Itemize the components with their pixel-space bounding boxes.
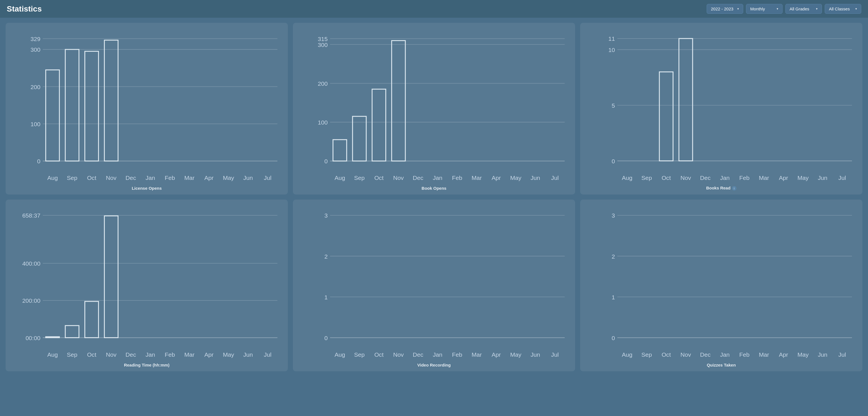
svg-text:Sep: Sep (354, 351, 365, 358)
svg-text:Sep: Sep (67, 351, 78, 358)
svg-text:10: 10 (608, 47, 615, 53)
svg-text:Mar: Mar (759, 351, 769, 358)
svg-text:May: May (510, 351, 521, 358)
bar-rect (392, 40, 405, 161)
svg-text:200:00: 200:00 (22, 298, 40, 304)
svg-text:May: May (798, 174, 809, 181)
bar-rect (65, 50, 79, 161)
svg-text:400:00: 400:00 (22, 261, 40, 267)
svg-text:Oct: Oct (87, 351, 96, 358)
svg-text:Dec: Dec (413, 351, 423, 358)
svg-text:May: May (223, 351, 234, 358)
chart-card-quizzes-taken: 0123AugSepOctNovDecJanFebMarAprMayJunJul… (580, 199, 862, 371)
svg-text:Oct: Oct (87, 174, 96, 181)
bar-rect (104, 216, 118, 338)
svg-text:3: 3 (612, 213, 615, 219)
svg-text:Sep: Sep (642, 174, 652, 181)
period-dropdown[interactable]: Monthly ▾ (746, 4, 782, 14)
svg-text:1: 1 (612, 294, 615, 300)
svg-text:329: 329 (31, 36, 40, 42)
chart-card-reading-time: 00:00200:00400:00658:37AugSepOctNovDecJa… (6, 199, 288, 371)
chart-label-quizzes-taken: Quizzes Taken (585, 362, 858, 369)
svg-text:Feb: Feb (165, 174, 175, 181)
bar-chart-reading-time: 00:00200:00400:00658:37AugSepOctNovDecJa… (10, 204, 283, 359)
svg-text:315: 315 (318, 36, 328, 42)
chart-area-reading-time: 00:00200:00400:00658:37AugSepOctNovDecJa… (10, 204, 283, 359)
bar-rect (85, 52, 99, 161)
svg-text:5: 5 (612, 102, 615, 109)
chart-area-quizzes-taken: 0123AugSepOctNovDecJanFebMarAprMayJunJul (585, 204, 858, 359)
bar-chart-books-read: 051011AugSepOctNovDecJanFebMarAprMayJunJ… (585, 27, 858, 183)
bar-rect (85, 301, 99, 338)
svg-text:Feb: Feb (739, 351, 749, 358)
chevron-down-icon: ▾ (777, 7, 778, 11)
classes-label: All Classes (829, 6, 850, 11)
svg-text:Jun: Jun (243, 174, 253, 181)
svg-text:Feb: Feb (452, 351, 462, 358)
svg-text:Nov: Nov (681, 351, 691, 358)
svg-text:Apr: Apr (492, 174, 501, 181)
svg-text:Apr: Apr (779, 351, 788, 358)
svg-text:Aug: Aug (335, 351, 345, 358)
svg-text:May: May (798, 351, 809, 358)
svg-text:Jan: Jan (720, 351, 730, 358)
chart-card-video-recording: 0123AugSepOctNovDecJanFebMarAprMayJunJul… (293, 199, 575, 371)
svg-text:Dec: Dec (413, 174, 423, 181)
svg-text:Oct: Oct (662, 351, 671, 358)
svg-text:Feb: Feb (739, 174, 749, 181)
svg-text:Jun: Jun (531, 351, 540, 358)
svg-text:Nov: Nov (393, 174, 404, 181)
chart-card-license-opens: 0100200300329AugSepOctNovDecJanFebMarApr… (6, 23, 288, 194)
svg-text:Aug: Aug (622, 174, 632, 181)
svg-text:Mar: Mar (184, 351, 194, 358)
svg-text:Oct: Oct (374, 174, 384, 181)
svg-text:Nov: Nov (106, 174, 117, 181)
page-title: Statistics (7, 4, 42, 13)
svg-text:100: 100 (31, 121, 40, 127)
svg-text:Mar: Mar (472, 174, 482, 181)
bar-chart-book-opens: 0100200300315AugSepOctNovDecJanFebMarApr… (298, 27, 570, 183)
chart-card-books-read: 051011AugSepOctNovDecJanFebMarAprMayJunJ… (580, 23, 862, 194)
svg-text:200: 200 (318, 81, 328, 87)
classes-dropdown[interactable]: All Classes ▾ (825, 4, 861, 14)
chart-label-reading-time: Reading Time (hh:mm) (10, 362, 283, 369)
svg-text:00:00: 00:00 (26, 335, 40, 341)
info-icon[interactable]: i (732, 186, 737, 191)
bar-chart-license-opens: 0100200300329AugSepOctNovDecJanFebMarApr… (10, 27, 283, 183)
header: Statistics 2022 - 2023 ▾ Monthly ▾ All G… (0, 0, 868, 18)
bar-rect (659, 72, 673, 161)
svg-text:Jan: Jan (720, 174, 730, 181)
chevron-down-icon: ▾ (737, 7, 739, 11)
chart-label-video-recording: Video Recording (298, 362, 570, 369)
chart-area-books-read: 051011AugSepOctNovDecJanFebMarAprMayJunJ… (585, 27, 858, 183)
svg-text:Dec: Dec (125, 174, 136, 181)
chart-label-license-opens: License Opens (10, 186, 283, 192)
svg-text:Dec: Dec (125, 351, 136, 358)
svg-text:Jan: Jan (146, 174, 155, 181)
year-dropdown[interactable]: 2022 - 2023 ▾ (707, 4, 743, 14)
svg-text:0: 0 (612, 158, 615, 164)
svg-text:Mar: Mar (472, 351, 482, 358)
svg-text:200: 200 (31, 84, 40, 90)
svg-text:Jan: Jan (146, 351, 155, 358)
svg-text:Jun: Jun (818, 174, 828, 181)
chart-label-books-read: Books Readi (585, 186, 858, 192)
svg-text:Sep: Sep (354, 174, 365, 181)
chart-area-book-opens: 0100200300315AugSepOctNovDecJanFebMarApr… (298, 27, 570, 183)
grades-label: All Grades (789, 6, 809, 11)
bar-rect (679, 38, 692, 161)
svg-text:658:37: 658:37 (22, 213, 40, 219)
svg-text:Feb: Feb (165, 351, 175, 358)
svg-text:2: 2 (324, 253, 328, 260)
bar-rect (104, 40, 118, 161)
svg-text:Mar: Mar (759, 174, 769, 181)
bar-chart-video-recording: 0123AugSepOctNovDecJanFebMarAprMayJunJul (298, 204, 570, 359)
svg-text:Apr: Apr (779, 174, 788, 181)
grades-dropdown[interactable]: All Grades ▾ (785, 4, 822, 14)
svg-text:Jul: Jul (264, 174, 272, 181)
period-label: Monthly (750, 6, 765, 11)
bar-rect (372, 89, 386, 161)
svg-text:Jan: Jan (433, 174, 442, 181)
year-label: 2022 - 2023 (711, 6, 733, 11)
header-controls: 2022 - 2023 ▾ Monthly ▾ All Grades ▾ All… (707, 4, 861, 14)
